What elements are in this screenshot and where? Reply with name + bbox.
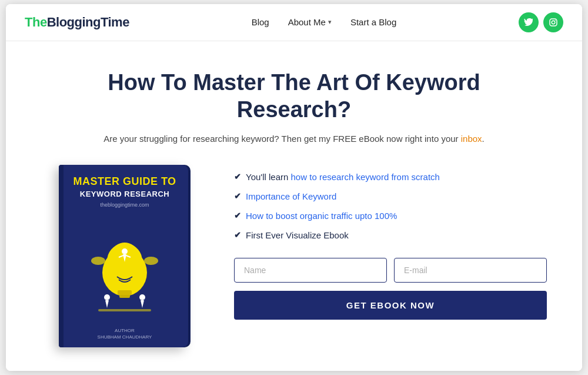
checkmark-icon: ✔ (234, 230, 241, 241)
hero-subtitle: Are your struggling for researching keyw… (41, 134, 547, 144)
get-ebook-button[interactable]: GET EBOOK NOW (234, 291, 547, 320)
hero-subtitle-highlight: inbox (461, 134, 482, 144)
site-header: TheBloggingTime Blog About Me ▾ Start a … (6, 4, 582, 41)
svg-point-9 (104, 294, 110, 300)
svg-point-1 (552, 21, 555, 24)
form-fields-row (234, 258, 547, 283)
list-item: ✔ First Ever Visualize Ebook (234, 229, 547, 241)
book-spine (59, 165, 64, 347)
main-content: How To Master The Art Of Keyword Researc… (6, 41, 582, 371)
checkmark-icon: ✔ (234, 210, 241, 222)
site-logo[interactable]: TheBloggingTime (25, 15, 129, 30)
svg-point-8 (144, 257, 158, 265)
instagram-icon[interactable] (543, 12, 563, 32)
list-item: ✔ You'll learn how to research keyword f… (234, 171, 547, 183)
hero-subtitle-end: . (482, 134, 485, 144)
svg-rect-4 (118, 290, 132, 295)
checklist-link-3[interactable]: How to boost organic traffic upto 100% (246, 211, 397, 221)
book-url: thebloggingtime.com (100, 202, 149, 208)
content-row: MASTER GUIDE TO KEYWORD RESEARCH theblog… (41, 165, 547, 347)
svg-point-10 (139, 294, 145, 300)
name-input[interactable] (234, 258, 387, 283)
book-illustration (71, 213, 179, 324)
logo-rest: BloggingTime (47, 15, 129, 29)
right-column: ✔ You'll learn how to research keyword f… (234, 165, 547, 320)
checkmark-icon: ✔ (234, 171, 241, 183)
nav-blog[interactable]: Blog (252, 17, 269, 27)
nav-start-blog[interactable]: Start a Blog (350, 17, 396, 27)
checklist-link-1[interactable]: how to research keyword from scratch (291, 172, 440, 182)
email-input[interactable] (394, 258, 547, 283)
social-icons-group (519, 12, 563, 32)
list-item: ✔ How to boost organic traffic upto 100% (234, 210, 547, 222)
book-title-line2: KEYWORD RESEARCH (80, 190, 169, 198)
svg-point-7 (91, 257, 105, 265)
hero-subtitle-text: Are your struggling for researching keyw… (103, 134, 461, 144)
ebook-cover: MASTER GUIDE TO KEYWORD RESEARCH theblog… (59, 165, 188, 347)
list-item: ✔ Importance of Keyword (234, 190, 547, 203)
book-author: AUTHORSHUBHAM CHAUDHARY (98, 327, 152, 340)
main-nav: Blog About Me ▾ Start a Blog (252, 17, 397, 27)
checklist-link-2[interactable]: Importance of Keyword (246, 191, 336, 201)
svg-point-6 (122, 248, 128, 254)
feature-checklist: ✔ You'll learn how to research keyword f… (234, 171, 547, 241)
svg-rect-5 (119, 295, 130, 298)
hero-title: How To Master The Art Of Keyword Researc… (94, 69, 494, 123)
chevron-down-icon: ▾ (328, 18, 332, 26)
book-title-line1: MASTER GUIDE TO (73, 175, 176, 188)
nav-about-me[interactable]: About Me ▾ (288, 17, 332, 27)
svg-rect-0 (550, 19, 557, 26)
checkmark-icon: ✔ (234, 191, 241, 203)
svg-rect-11 (98, 309, 151, 311)
twitter-icon[interactable] (519, 12, 539, 32)
logo-the: The (25, 15, 47, 29)
book-wrapper: MASTER GUIDE TO KEYWORD RESEARCH theblog… (41, 165, 206, 347)
svg-point-2 (555, 20, 556, 21)
